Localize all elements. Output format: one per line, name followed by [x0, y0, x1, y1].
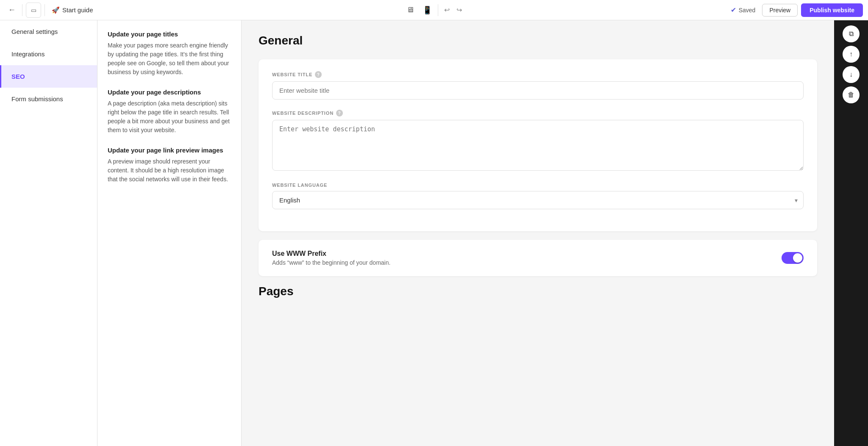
copy-icon: ⧉	[849, 30, 854, 38]
website-description-group: WEBSITE DESCRIPTION ?	[272, 110, 804, 172]
divider	[438, 4, 438, 16]
topbar-right: ✔ Saved Preview Publish website	[468, 3, 863, 17]
saved-check-icon: ✔	[731, 6, 736, 14]
mobile-icon[interactable]: 📱	[420, 4, 434, 17]
sidebar-item-integrations[interactable]: Integrations	[0, 43, 97, 65]
saved-status: ✔ Saved	[727, 6, 759, 14]
general-card: WEBSITE TITLE ? WEBSITE DESCRIPTION ? WE…	[259, 59, 817, 231]
website-description-input[interactable]	[272, 120, 804, 171]
general-section-title: General	[259, 34, 817, 47]
sidebar: General settings Integrations SEO Form s…	[0, 20, 97, 446]
toggle-track	[782, 252, 804, 264]
sidebar-item-label: Integrations	[11, 50, 45, 58]
move-up-button[interactable]: ↑	[843, 46, 860, 63]
website-title-input[interactable]	[272, 81, 804, 100]
tip-title-1: Update your page descriptions	[108, 89, 231, 96]
sidebar-item-label: SEO	[11, 73, 25, 80]
sidebar-item-label: General settings	[11, 28, 58, 35]
tip-title-2: Update your page link preview images	[108, 147, 231, 154]
right-panel: ⧉ ↑ ↓ 🗑	[834, 20, 868, 446]
language-select-wrapper: English Spanish French German Portuguese…	[272, 191, 804, 209]
website-description-label: WEBSITE DESCRIPTION ?	[272, 110, 804, 116]
saved-label: Saved	[739, 7, 756, 14]
website-title-group: WEBSITE TITLE ?	[272, 71, 804, 100]
www-prefix-card: Use WWW Prefix Adds “www” to the beginni…	[259, 240, 817, 276]
sidebar-item-general-settings[interactable]: General settings	[0, 20, 97, 43]
sidebar-item-seo[interactable]: SEO	[0, 65, 97, 88]
up-arrow-icon: ↑	[849, 50, 853, 58]
publish-label: Publish website	[810, 7, 854, 14]
redo-icon: ↪	[456, 6, 462, 14]
copy-button[interactable]: ⧉	[843, 25, 860, 42]
publish-button[interactable]: Publish website	[801, 3, 863, 17]
website-description-help-icon[interactable]: ?	[336, 110, 343, 116]
back-button[interactable]: ←	[5, 3, 19, 17]
divider	[45, 4, 45, 16]
tip-desc-2: A preview image should represent your co…	[108, 157, 231, 184]
tip-title-0: Update your page titles	[108, 30, 231, 38]
sidebar-item-form-submissions[interactable]: Form submissions	[0, 88, 97, 110]
topbar-left: ← ▭ 🚀 Start guide	[5, 3, 401, 18]
sidebar-item-label: Form submissions	[11, 95, 63, 102]
down-arrow-icon: ↓	[849, 71, 853, 78]
divider	[22, 4, 22, 16]
rocket-icon: 🚀	[52, 6, 60, 14]
www-title: Use WWW Prefix	[272, 250, 390, 258]
topbar: ← ▭ 🚀 Start guide 🖥 📱 ↩ ↪ ✔ Saved	[0, 0, 868, 20]
back-icon: ←	[8, 6, 16, 14]
tip-panel: Update your page titles Make your pages …	[97, 20, 242, 446]
website-title-help-icon[interactable]: ?	[315, 71, 322, 78]
start-guide-button[interactable]: 🚀 Start guide	[48, 5, 97, 16]
toggle-thumb	[793, 253, 802, 263]
page-icon: ▭	[31, 7, 36, 14]
redo-button[interactable]: ↪	[454, 3, 465, 17]
language-select[interactable]: English Spanish French German Portuguese…	[272, 191, 804, 209]
tip-item-0: Update your page titles Make your pages …	[108, 30, 231, 77]
preview-label: Preview	[769, 7, 790, 14]
main-layout: General settings Integrations SEO Form s…	[0, 20, 868, 446]
website-language-label: WEBSITE LANGUAGE	[272, 183, 804, 188]
undo-redo-group: ↩ ↪	[442, 3, 465, 17]
www-description: Adds “www” to the beginning of your doma…	[272, 259, 390, 266]
undo-icon: ↩	[444, 6, 450, 14]
page-icon-button[interactable]: ▭	[26, 3, 41, 18]
topbar-center: 🖥 📱 ↩ ↪	[404, 3, 465, 17]
preview-button[interactable]: Preview	[762, 4, 798, 17]
tip-item-2: Update your page link preview images A p…	[108, 147, 231, 184]
website-title-label: WEBSITE TITLE ?	[272, 71, 804, 78]
tip-item-1: Update your page descriptions A page des…	[108, 89, 231, 135]
tip-desc-1: A page description (aka meta description…	[108, 99, 231, 135]
trash-icon: 🗑	[848, 91, 854, 99]
start-guide-label: Start guide	[62, 6, 93, 14]
delete-button[interactable]: 🗑	[843, 86, 860, 103]
content-area: General WEBSITE TITLE ? WEBSITE DESCRIPT…	[242, 20, 834, 446]
pages-section-title: Pages	[259, 285, 817, 298]
www-left: Use WWW Prefix Adds “www” to the beginni…	[272, 250, 390, 266]
www-toggle[interactable]	[782, 252, 804, 264]
move-down-button[interactable]: ↓	[843, 66, 860, 83]
website-language-group: WEBSITE LANGUAGE English Spanish French …	[272, 183, 804, 209]
undo-button[interactable]: ↩	[442, 3, 452, 17]
tip-desc-0: Make your pages more search engine frien…	[108, 41, 231, 77]
desktop-icon[interactable]: 🖥	[404, 4, 417, 16]
